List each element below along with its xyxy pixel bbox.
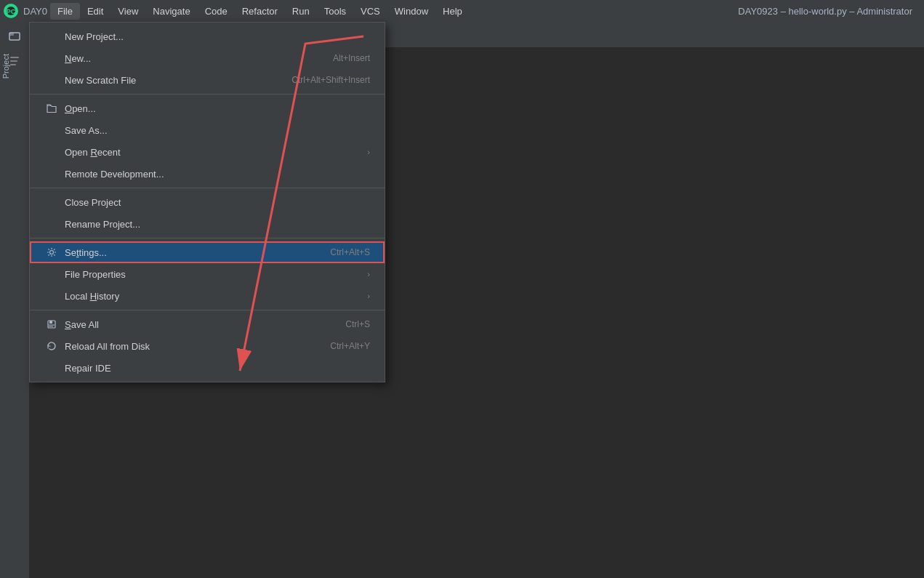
menu-item-rename-project[interactable]: Rename Project... [30,213,385,235]
repair-ide-label: Repair IDE [65,363,370,374]
menu-code[interactable]: Code [198,3,235,20]
file-properties-arrow: › [367,270,370,278]
menu-item-new-project[interactable]: New Project... [30,25,385,47]
menu-item-close-project[interactable]: Close Project [30,191,385,213]
menubar: PC DAY0 File Edit View Navigate Code Ref… [0,0,924,22]
new-project-icon [44,29,59,44]
file-menu-panel: New Project... New... Alt+Insert New Scr… [29,22,385,382]
new-label: New... [65,53,304,64]
menu-window[interactable]: Window [387,3,435,20]
open-recent-arrow: › [367,148,370,156]
menu-item-reload-disk[interactable]: Reload All from Disk Ctrl+Alt+Y [30,335,385,357]
reload-disk-label: Reload All from Disk [65,341,301,352]
local-history-arrow: › [367,292,370,300]
new-project-label: New Project... [65,31,370,42]
rename-project-icon [44,217,59,231]
new-scratch-label: New Scratch File [65,75,262,86]
separator-3 [30,238,385,238]
file-properties-label: File Properties [65,269,360,280]
reload-disk-icon [44,339,59,353]
file-properties-icon [44,267,59,281]
separator-1 [30,94,385,95]
menu-file[interactable]: File [50,3,80,20]
menu-run[interactable]: Run [285,3,317,20]
menu-tools[interactable]: Tools [317,3,353,20]
settings-icon [44,245,59,260]
menu-item-local-history[interactable]: Local History › [30,285,385,307]
menu-vcs[interactable]: VCS [353,3,387,20]
svg-rect-14 [49,321,52,324]
settings-label: Settings... [65,247,301,258]
menu-item-file-properties[interactable]: File Properties › [30,263,385,285]
menu-item-save-all[interactable]: Save All Ctrl+S [30,313,385,335]
menu-item-new-scratch[interactable]: New Scratch File Ctrl+Alt+Shift+Insert [30,69,385,91]
menu-navigate[interactable]: Navigate [145,3,197,20]
sidebar [0,22,29,578]
menu-item-save-as[interactable]: Save As... [30,119,385,141]
new-scratch-shortcut: Ctrl+Alt+Shift+Insert [292,75,370,85]
menu-item-settings[interactable]: Settings... Ctrl+Alt+S [30,241,385,263]
close-project-label: Close Project [65,197,370,208]
window-title: DAY0923 – hello-world.py – Administrator [738,6,912,17]
open-recent-icon [44,145,59,159]
rename-project-label: Rename Project... [65,219,370,230]
save-all-icon [44,317,59,332]
open-recent-label: Open Recent [65,147,360,158]
save-as-label: Save As... [65,125,370,136]
menu-refactor[interactable]: Refactor [235,3,285,20]
save-as-icon [44,123,59,137]
menu-item-new[interactable]: New... Alt+Insert [30,47,385,69]
new-scratch-icon [44,73,59,87]
svg-text:PC: PC [7,8,16,15]
menu-edit[interactable]: Edit [80,3,111,20]
new-icon [44,51,59,65]
svg-rect-4 [9,33,14,36]
menu-item-repair-ide[interactable]: Repair IDE [30,357,385,379]
app-logo: PC [3,3,19,19]
repair-ide-icon [44,361,59,375]
save-all-shortcut: Ctrl+S [345,319,370,329]
menu-view[interactable]: View [111,3,145,20]
local-history-icon [44,289,59,303]
menu-item-remote-dev[interactable]: Remote Development... [30,163,385,185]
reload-disk-shortcut: Ctrl+Alt+Y [330,341,370,351]
separator-2 [30,188,385,188]
remote-dev-icon [44,166,59,181]
project-panel-label: Project [0,51,12,81]
new-shortcut: Alt+Insert [333,53,370,63]
separator-4 [30,310,385,310]
local-history-label: Local History [65,291,360,302]
svg-point-12 [50,251,54,254]
project-short-label: DAY0 [23,6,47,17]
settings-shortcut: Ctrl+Alt+S [330,247,370,257]
open-icon [44,101,59,116]
remote-dev-label: Remote Development... [65,169,370,180]
close-project-icon [44,195,59,209]
file-dropdown-menu: New Project... New... Alt+Insert New Scr… [29,22,385,382]
save-all-label: Save All [65,319,316,330]
menu-item-open[interactable]: Open... [30,97,385,119]
menu-item-open-recent[interactable]: Open Recent › [30,141,385,163]
menu-help[interactable]: Help [435,3,470,20]
open-label: Open... [65,103,370,114]
sidebar-project-btn[interactable] [3,25,26,48]
